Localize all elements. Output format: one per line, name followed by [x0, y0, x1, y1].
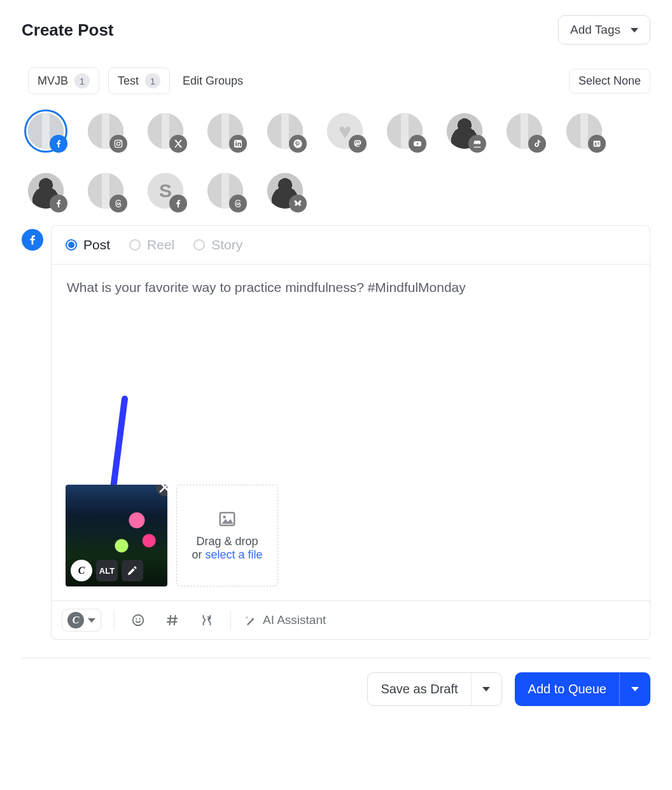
group-chip-count: 1 [74, 73, 90, 88]
card-icon [588, 135, 606, 153]
account-instagram[interactable] [88, 113, 123, 149]
group-chip-count: 1 [145, 73, 160, 88]
edit-in-canva-button[interactable]: C [71, 560, 92, 581]
account-google-business[interactable] [447, 113, 482, 149]
facebook-icon [169, 195, 187, 212]
media-row: C ALT Drag & drop or select a file [52, 485, 650, 600]
add-to-queue-button[interactable]: Add to Queue [515, 673, 619, 705]
chevron-down-icon [482, 687, 490, 691]
add-tags-label: Add Tags [570, 23, 620, 37]
instagram-icon [109, 135, 127, 153]
group-chip-label: MVJB [38, 74, 68, 88]
ai-assistant-button[interactable]: AI Assistant [244, 613, 326, 627]
pencil-icon [127, 565, 138, 576]
canva-split-button[interactable]: C [62, 609, 101, 632]
canva-icon: C [67, 612, 84, 628]
chevron-down-icon [88, 618, 95, 623]
account-threads[interactable] [88, 173, 123, 209]
alt-text-button[interactable]: ALT [96, 560, 118, 581]
mastodon-icon [349, 135, 367, 153]
close-icon [156, 485, 167, 535]
hash-icon [165, 613, 179, 627]
pinterest-icon [289, 135, 307, 153]
remove-media-button[interactable] [156, 485, 167, 496]
wand-icon [244, 614, 256, 627]
threads-icon [229, 195, 247, 212]
account-pinterest[interactable] [267, 113, 303, 149]
account-mastodon[interactable] [327, 113, 363, 149]
hashtag-manager-button[interactable] [162, 609, 183, 631]
group-chip-label: Test [118, 74, 139, 88]
gmb-icon [468, 135, 486, 153]
emoji-picker-button[interactable] [127, 609, 149, 631]
chevron-down-icon [631, 687, 639, 691]
linkedin-icon [229, 135, 247, 153]
threads-icon [109, 195, 127, 212]
post-type-story[interactable]: Story [193, 237, 242, 253]
select-none-button[interactable]: Select None [569, 69, 650, 94]
group-chip-mvjb[interactable]: MVJB 1 [28, 67, 99, 94]
accounts-grid [28, 113, 620, 209]
add-to-queue-split-button: Add to Queue [515, 672, 650, 706]
account-twitter-x[interactable] [148, 113, 183, 149]
facebook-icon [50, 135, 67, 153]
variables-icon [200, 613, 214, 627]
save-draft-split-button: Save as Draft [367, 672, 501, 706]
account-contact-card[interactable] [566, 113, 602, 149]
compose-toolbar: C AI Assistant [52, 600, 650, 639]
select-file-link[interactable]: select a file [205, 548, 262, 561]
tiktok-icon [528, 135, 546, 153]
group-chip-test[interactable]: Test 1 [108, 67, 170, 94]
radio-icon [129, 239, 141, 251]
radio-icon [66, 239, 77, 251]
divider [230, 610, 231, 630]
post-type-reel[interactable]: Reel [129, 237, 174, 253]
active-platform-badge [22, 229, 43, 251]
edit-image-button[interactable] [122, 560, 143, 581]
divider [114, 610, 115, 630]
account-bluesky[interactable] [267, 173, 303, 209]
chevron-down-icon [631, 28, 638, 32]
add-to-queue-dropdown[interactable] [619, 673, 650, 705]
compose-textarea[interactable] [66, 279, 636, 482]
account-linkedin[interactable] [207, 113, 243, 149]
x-icon [169, 135, 187, 153]
facebook-icon [26, 233, 39, 246]
youtube-icon [409, 135, 426, 153]
post-type-post[interactable]: Post [66, 237, 110, 253]
page-title: Create Post [22, 20, 114, 40]
account-tiktok[interactable] [507, 113, 542, 149]
save-draft-dropdown[interactable] [471, 673, 501, 705]
post-type-tabs: Post Reel Story [52, 226, 650, 265]
save-draft-button[interactable]: Save as Draft [368, 673, 470, 705]
facebook-icon [50, 195, 67, 212]
variables-button[interactable] [196, 609, 218, 631]
dropzone-label: Drag & drop or select a file [192, 535, 262, 562]
media-thumbnail[interactable]: C ALT [66, 485, 167, 586]
bluesky-icon [289, 195, 307, 212]
account-facebook-s[interactable] [148, 173, 183, 209]
post-editor: Post Reel Story [51, 225, 650, 640]
add-tags-button[interactable]: Add Tags [558, 15, 650, 45]
radio-icon [193, 239, 205, 251]
group-row: MVJB 1 Test 1 Edit Groups Select None [28, 67, 650, 94]
account-threads-2[interactable] [207, 173, 243, 209]
media-dropzone[interactable]: Drag & drop or select a file [176, 485, 278, 586]
account-youtube[interactable] [387, 113, 423, 149]
smile-icon [131, 613, 145, 627]
account-facebook-page[interactable] [28, 113, 64, 149]
footer-actions: Save as Draft Add to Queue [22, 658, 650, 706]
edit-groups-button[interactable]: Edit Groups [179, 69, 252, 93]
image-icon [218, 509, 237, 529]
account-facebook-profile[interactable] [28, 173, 64, 209]
